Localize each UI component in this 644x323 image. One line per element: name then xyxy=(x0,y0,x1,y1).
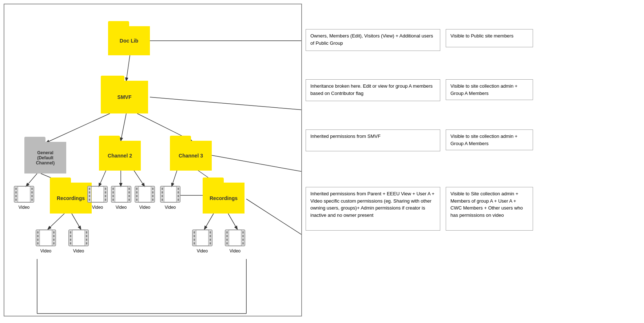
svg-rect-48 xyxy=(70,231,71,234)
svg-rect-71 xyxy=(112,191,114,194)
annotations-area: Owners, Members (Edit), Visitors (View) … xyxy=(306,4,640,319)
svg-line-14 xyxy=(204,214,214,229)
svg-line-15 xyxy=(228,214,237,229)
svg-rect-39 xyxy=(37,239,39,241)
svg-line-0 xyxy=(126,55,130,81)
general-label: General(DefaultChannel) xyxy=(36,150,55,166)
svg-line-17 xyxy=(150,97,301,110)
svg-rect-43 xyxy=(53,239,55,241)
svg-rect-74 xyxy=(128,188,130,190)
annotation-right-1: Visible to Public site members xyxy=(446,29,533,47)
annotation-row-4: Inherited permissions from Parent + EEEU… xyxy=(306,187,640,231)
svg-line-7 xyxy=(72,214,81,229)
svg-rect-73 xyxy=(112,199,114,201)
svg-rect-82 xyxy=(136,191,138,194)
annotation-right-3: Visible to site collection admin + Group… xyxy=(446,129,533,150)
smvf-label: SMVF xyxy=(118,94,132,100)
general-folder: General(DefaultChannel) xyxy=(24,142,66,174)
annotation-text-left-1: Owners, Members (Edit), Visitors (View) … xyxy=(310,33,433,46)
svg-rect-88 xyxy=(152,199,154,201)
svg-rect-87 xyxy=(152,195,154,197)
svg-rect-95 xyxy=(162,199,163,201)
svg-rect-92 xyxy=(162,188,163,190)
svg-rect-49 xyxy=(70,235,71,237)
doclib-folder: Doc Lib xyxy=(108,26,150,55)
svg-rect-117 xyxy=(226,242,228,244)
channel2-folder: Channel 2 xyxy=(99,141,141,171)
recordings2-label: Recordings xyxy=(210,195,238,201)
svg-line-2 xyxy=(121,113,126,141)
svg-rect-50 xyxy=(70,239,71,241)
annotation-left-4: Inherited permissions from Parent + EEEU… xyxy=(306,187,440,231)
svg-rect-41 xyxy=(53,231,55,234)
svg-rect-110 xyxy=(210,242,211,244)
svg-rect-103 xyxy=(194,231,195,234)
video-v6: Video xyxy=(134,186,155,210)
svg-rect-93 xyxy=(162,191,163,194)
svg-rect-53 xyxy=(86,235,87,237)
recordings2-folder: Recordings xyxy=(203,183,245,214)
smvf-folder: SMVF xyxy=(101,81,148,113)
annotation-text-right-3: Visible to site collection admin + Group… xyxy=(450,133,517,146)
main-container: Doc Lib SMVF General(DefaultChannel) Cha… xyxy=(0,0,644,323)
svg-rect-106 xyxy=(194,242,195,244)
video-v4: Video xyxy=(87,186,108,210)
video-v8: Video xyxy=(192,229,213,254)
svg-rect-60 xyxy=(89,191,90,194)
annotation-right-4: Visible to Site collection admin + Membe… xyxy=(446,187,533,231)
svg-rect-99 xyxy=(178,199,179,201)
svg-rect-115 xyxy=(226,235,228,237)
svg-rect-119 xyxy=(242,235,244,237)
svg-rect-31 xyxy=(31,191,33,194)
annotation-left-2: Inheritance broken here. Edit or view fo… xyxy=(306,79,440,101)
annotation-left-3: Inherited permissions from SMVF xyxy=(306,129,440,151)
svg-rect-104 xyxy=(194,235,195,237)
svg-line-8 xyxy=(99,170,106,186)
svg-rect-33 xyxy=(31,199,33,201)
svg-line-18 xyxy=(212,155,301,172)
annotation-text-right-1: Visible to Public site members xyxy=(450,33,513,39)
svg-rect-114 xyxy=(226,231,228,234)
svg-rect-26 xyxy=(15,188,17,190)
svg-rect-70 xyxy=(112,188,114,190)
svg-rect-75 xyxy=(128,191,130,194)
svg-rect-44 xyxy=(53,242,55,244)
svg-rect-62 xyxy=(89,199,90,201)
annotation-text-right-4: Visible to Site collection admin + Membe… xyxy=(450,191,523,218)
annotation-text-left-2: Inheritance broken here. Edit or view fo… xyxy=(310,83,433,96)
video-v3: Video xyxy=(68,229,89,254)
svg-rect-72 xyxy=(112,195,114,197)
svg-rect-38 xyxy=(37,235,39,237)
svg-line-10 xyxy=(134,170,144,186)
svg-rect-30 xyxy=(31,188,33,190)
svg-rect-84 xyxy=(136,199,138,201)
channel2-label: Channel 2 xyxy=(108,153,132,159)
recordings1-folder: Recordings xyxy=(50,183,92,214)
video-v2: Video xyxy=(35,229,56,254)
svg-rect-76 xyxy=(128,195,130,197)
svg-rect-29 xyxy=(15,199,17,201)
svg-rect-77 xyxy=(128,199,130,201)
svg-rect-61 xyxy=(89,195,90,197)
svg-rect-52 xyxy=(86,231,87,234)
svg-rect-51 xyxy=(70,242,71,244)
channel3-folder: Channel 3 xyxy=(170,141,212,171)
svg-line-4 xyxy=(26,174,37,186)
annotation-text-left-4: Inherited permissions from Parent + EEEU… xyxy=(310,191,434,218)
svg-rect-54 xyxy=(86,239,87,241)
svg-rect-118 xyxy=(242,231,244,234)
doclib-label: Doc Lib xyxy=(120,38,138,44)
annotation-row-2: Inheritance broken here. Edit or view fo… xyxy=(306,79,640,101)
svg-rect-64 xyxy=(105,191,106,194)
video-v5: Video xyxy=(111,186,132,210)
svg-line-6 xyxy=(48,214,64,229)
svg-rect-116 xyxy=(226,239,228,241)
svg-rect-42 xyxy=(53,235,55,237)
svg-rect-97 xyxy=(178,191,179,194)
svg-rect-85 xyxy=(152,188,154,190)
svg-rect-120 xyxy=(242,239,244,241)
svg-rect-94 xyxy=(162,195,163,197)
channel3-label: Channel 3 xyxy=(179,153,203,159)
annotation-right-2: Visible to site collection admin + Group… xyxy=(446,79,533,100)
svg-rect-105 xyxy=(194,239,195,241)
